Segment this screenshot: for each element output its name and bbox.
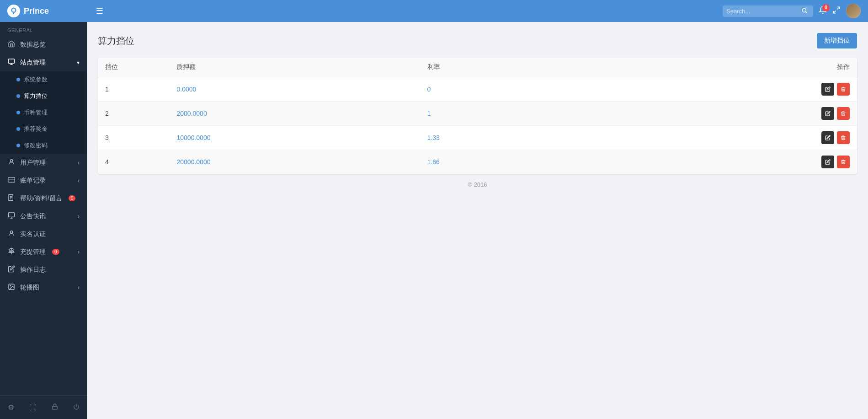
user-circle-icon: [7, 158, 16, 167]
sidebar-item-announcement[interactable]: 公告快讯 ›: [0, 207, 87, 225]
submenu-item-sys-params[interactable]: 系统参数: [0, 71, 87, 88]
sidebar-footer: ⚙ ⛶: [0, 395, 87, 419]
cell-index: 4: [98, 150, 169, 174]
main-layout: GENERAL 数据总览 站点管理 ▾ 系统参数 算力挡位: [0, 22, 868, 419]
edit-button[interactable]: [821, 107, 834, 120]
lock-button[interactable]: [48, 401, 62, 414]
cell-rate: 1.66: [420, 150, 671, 174]
svg-rect-5: [8, 59, 14, 63]
help-badge: 0: [69, 195, 76, 201]
dot-icon: [16, 127, 20, 131]
expand-button[interactable]: [832, 6, 841, 16]
cell-pledge: 2000.0000: [169, 102, 420, 126]
svg-point-0: [12, 8, 16, 12]
cell-ops: [671, 126, 857, 150]
svg-line-4: [833, 11, 836, 13]
cell-rate: 1: [420, 102, 671, 126]
sidebar-item-recharge[interactable]: 充提管理 0 ›: [0, 243, 87, 261]
svg-point-1: [802, 8, 806, 12]
dot-icon: [16, 111, 20, 114]
submenu-item-currency[interactable]: 币种管理: [0, 104, 87, 121]
cell-index: 2: [98, 102, 169, 126]
chevron-right-icon: ›: [78, 285, 80, 291]
cell-pledge: 10000.0000: [169, 126, 420, 150]
delete-button[interactable]: [837, 156, 850, 168]
sidebar-item-help[interactable]: 帮助/资料/留言 0: [0, 189, 87, 207]
image-icon: [7, 283, 16, 292]
search-input[interactable]: [726, 8, 799, 15]
sidebar-item-label: 数据总览: [20, 41, 46, 49]
edit-button[interactable]: [821, 156, 834, 168]
svg-point-23: [10, 285, 11, 286]
power-button[interactable]: [69, 401, 83, 414]
edit-button[interactable]: [821, 131, 834, 144]
table-header: 挡位 质押额 利率 操作: [98, 58, 857, 77]
credit-card-icon: [7, 176, 16, 185]
avatar-image: [846, 4, 861, 18]
sidebar: GENERAL 数据总览 站点管理 ▾ 系统参数 算力挡位: [0, 22, 87, 419]
hamburger-button[interactable]: ☰: [92, 4, 107, 18]
sidebar-item-site-management[interactable]: 站点管理 ▾: [0, 54, 87, 71]
svg-point-8: [10, 160, 12, 162]
svg-line-3: [837, 7, 840, 9]
submenu-item-label: 币种管理: [24, 108, 48, 117]
page-header: 算力挡位 新增挡位: [98, 33, 857, 48]
sidebar-item-dashboard[interactable]: 数据总览: [0, 36, 87, 54]
dot-icon: [16, 94, 20, 98]
sidebar-item-label: 操作日志: [20, 266, 46, 274]
sidebar-item-label: 实名认证: [20, 230, 46, 238]
cell-rate: 1.33: [420, 126, 671, 150]
submenu-item-label: 系统参数: [24, 75, 48, 84]
table-row: 3 10000.0000 1.33: [98, 126, 857, 150]
avatar[interactable]: [846, 4, 861, 18]
cell-index: 1: [98, 77, 169, 102]
delete-button[interactable]: [837, 107, 850, 120]
table-row: 2 2000.0000 1: [98, 102, 857, 126]
nav-right: 0: [723, 4, 861, 18]
fullscreen-button[interactable]: ⛶: [26, 401, 40, 414]
chevron-right-icon: ›: [78, 249, 80, 255]
settings-button[interactable]: ⚙: [4, 401, 18, 414]
sidebar-item-user-management[interactable]: 用户管理 ›: [0, 154, 87, 172]
chevron-right-icon: ›: [78, 177, 80, 184]
edit-icon: [7, 265, 16, 274]
notification-button[interactable]: 0: [819, 6, 827, 16]
cell-pledge: 20000.0000: [169, 150, 420, 174]
hashrate-table: 挡位 质押额 利率 操作 1 0.0000 0: [98, 58, 857, 174]
top-nav: Prince ☰ 0: [0, 0, 868, 22]
table-body: 1 0.0000 0 2 2000.0000 1: [98, 77, 857, 174]
sidebar-item-label: 站点管理: [20, 59, 46, 67]
sidebar-item-realname[interactable]: 实名认证: [0, 225, 87, 243]
chevron-right-icon: ›: [78, 160, 80, 166]
user-id-icon: [7, 230, 16, 238]
cell-rate: 0: [420, 77, 671, 102]
sidebar-item-label: 帮助/资料/留言: [20, 194, 62, 203]
new-tier-button[interactable]: 新增挡位: [817, 33, 857, 48]
delete-button[interactable]: [837, 131, 850, 144]
logo-area: Prince: [7, 5, 85, 17]
svg-line-2: [806, 11, 807, 13]
svg-point-18: [10, 231, 12, 233]
cell-ops: [671, 77, 857, 102]
logo-icon: [7, 5, 20, 17]
sidebar-item-oplog[interactable]: 操作日志: [0, 261, 87, 279]
submenu-item-change-pwd[interactable]: 修改密码: [0, 137, 87, 154]
nav-left: Prince ☰: [7, 4, 107, 18]
submenu-item-referral[interactable]: 推荐奖金: [0, 121, 87, 137]
sidebar-item-ledger[interactable]: 账单记录 ›: [0, 172, 87, 189]
edit-button[interactable]: [821, 83, 834, 96]
main-content: 算力挡位 新增挡位 挡位 质押额 利率 操作 1 0.0000 0: [87, 22, 868, 419]
sidebar-item-label: 充提管理: [20, 248, 46, 256]
dot-icon: [16, 78, 20, 81]
cell-index: 3: [98, 126, 169, 150]
submenu-item-hashrate-tier[interactable]: 算力挡位: [0, 88, 87, 104]
delete-button[interactable]: [837, 83, 850, 96]
search-button[interactable]: [799, 7, 809, 15]
page-title: 算力挡位: [98, 35, 134, 47]
svg-rect-9: [8, 177, 15, 183]
cell-pledge: 0.0000: [169, 77, 420, 102]
sidebar-item-carousel[interactable]: 轮播图 ›: [0, 279, 87, 296]
file-icon: [7, 194, 16, 203]
table-row: 4 20000.0000 1.66: [98, 150, 857, 174]
submenu-item-label: 算力挡位: [24, 92, 48, 100]
